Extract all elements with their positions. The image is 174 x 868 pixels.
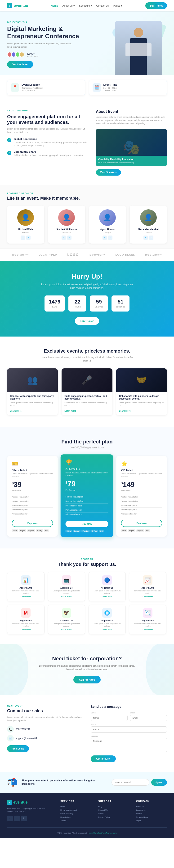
event-body-1: Connect with corporate and third-party p… (7, 392, 58, 415)
footer-link-faq[interactable]: FAQ (98, 805, 129, 808)
footer-tw-icon[interactable]: t (14, 816, 20, 821)
vip-payments: VISA Payco Paydot CC (121, 529, 162, 532)
event-card-1: 👥 Connect with corporate and third-party… (7, 368, 58, 415)
speaker-name-1: Michael Wells (11, 228, 41, 231)
cta-button[interactable]: Call for rates (73, 676, 101, 683)
phone-input[interactable] (91, 726, 167, 733)
hero-person-figure (115, 21, 162, 75)
about-item-2: ✓ Community Share Sollicitudin duis proi… (7, 150, 89, 157)
message-textarea[interactable] (91, 738, 167, 752)
footer-link-news[interactable]: News & Ideas (136, 816, 167, 818)
footer-link-plan[interactable]: Event Planning (60, 812, 91, 815)
footer-link-status[interactable]: Status (98, 812, 129, 815)
nav-logo[interactable]: e eventue (7, 3, 28, 8)
sponsor-link-7[interactable]: Learn more (92, 629, 122, 631)
learn-more-1[interactable]: Learn more (10, 410, 22, 412)
footer-link-tickets[interactable]: Tickets (60, 819, 91, 822)
view-speakers-button[interactable]: View Speakers (96, 169, 121, 176)
contact-right-col: Send us a message Name Email Phone Messa… (91, 705, 167, 762)
nav-contact[interactable]: Contact us (96, 4, 109, 7)
logos-section: logotyper™ LOGOTYPEM LOGO logotyper™ LOG… (0, 248, 174, 261)
nav-schedule[interactable]: Schedule ▾ (79, 4, 92, 7)
about-title: One engagement platform for all your eve… (7, 114, 89, 125)
vip-feat-3: Prose risquet plein (121, 503, 162, 508)
footer-link-events[interactable]: Events (136, 812, 167, 815)
sponsor-card-8: 📉 Asgerdia Co Lorem ipsum sit amet vulpu… (129, 604, 167, 634)
tw-icon-3[interactable]: t (108, 236, 113, 240)
message-label: Message (91, 735, 167, 737)
cta-section: Need ticket for corporation? Lorem ipsum… (0, 644, 174, 695)
footer-ig-icon[interactable]: in (21, 816, 27, 821)
sponsor-link-2[interactable]: Learn more (51, 596, 82, 598)
footer-fb-icon[interactable]: f (7, 816, 13, 821)
sponsor-logo-5: M (21, 608, 30, 618)
footer-link-reg[interactable]: Registration (60, 816, 91, 818)
gold-feat-4: Prima secula dolor (66, 508, 108, 513)
newsletter-email-input[interactable] (111, 779, 149, 786)
sponsor-name-1: Asgerdia Co (11, 587, 41, 589)
sponsor-name-6: Asgerdia Co (51, 619, 82, 622)
hours-number: 22 (73, 299, 82, 305)
speakers-grid: 👤 Michael Wells Founder f t 👤 Scarlett W… (7, 206, 167, 244)
footer-support-title: Support (98, 800, 129, 803)
fb-icon-2[interactable]: f (61, 236, 66, 240)
sponsor-card-1: 📊 Asgerdia Co Lorem ipsum sit amet vulpu… (7, 572, 45, 601)
time-icon: 🗓️ (93, 83, 101, 92)
about-item-text-1: Global Conference Lorem ipsum dolor sit … (14, 137, 89, 147)
nav-about[interactable]: About us ▾ (62, 4, 75, 7)
nav-pages[interactable]: Pages ▾ (113, 4, 122, 7)
form-submit-button[interactable]: Get in touch (91, 755, 116, 762)
about-item-title-1: Global Conference (14, 137, 89, 141)
email-input[interactable] (130, 715, 167, 721)
footer-link-mgmt[interactable]: Event Management (60, 809, 91, 811)
nav-home[interactable]: Home (51, 4, 58, 7)
speaker-card-1: 👤 Michael Wells Founder f t (7, 206, 44, 244)
fb-icon-3[interactable]: f (102, 236, 107, 240)
tw-icon-2[interactable]: t (67, 236, 72, 240)
footer-link-leadership[interactable]: Leadership (136, 809, 167, 811)
nav-cta-button[interactable]: Buy Ticket (145, 2, 167, 9)
footer-link-about[interactable]: About Us (136, 805, 167, 808)
check-icon-2: ✓ (7, 151, 11, 155)
sponsor-link-3[interactable]: Learn more (92, 596, 122, 598)
form-group-phone: Phone (91, 723, 167, 733)
learn-more-3[interactable]: Learn more (119, 410, 131, 412)
sponsor-link-5[interactable]: Learn more (11, 629, 41, 631)
buy-ticket-button[interactable]: Buy Ticket (75, 317, 99, 325)
newsletter-signup-button[interactable]: Sign Up (151, 779, 167, 786)
sponsor-link-1[interactable]: Learn more (11, 596, 41, 598)
free-demo-button[interactable]: Free Demo (7, 745, 29, 752)
fb-icon-1[interactable]: f (21, 236, 25, 240)
gold-buy-button[interactable]: Buy Now (66, 521, 108, 527)
pay-cc-g: CC (99, 530, 104, 532)
pay-paydot-g: Paydot (81, 530, 90, 532)
cta-deco-left (0, 644, 28, 695)
gold-feat-3: Prose risquet plein (66, 504, 108, 508)
footer-link-privacy[interactable]: Privacy Policy (98, 816, 129, 818)
time-text: Event Time 01 - 01 - 2024 15:00 - 17:00 (103, 83, 118, 92)
time-line2: 15:00 - 17:00 (103, 89, 118, 92)
silver-buy-button[interactable]: Buy Now (12, 520, 53, 527)
footer-link-contact[interactable]: Contact Us (98, 809, 129, 811)
tw-icon-4[interactable]: t (149, 236, 153, 240)
location-line1: Conference Auditorium (22, 87, 43, 89)
fb-icon-4[interactable]: f (144, 236, 148, 240)
footer-url[interactable]: www.DownloadNewThemes.com (89, 832, 117, 834)
learn-more-2[interactable]: Learn more (65, 410, 76, 412)
sponsor-link-8[interactable]: Learn more (132, 629, 163, 631)
hero-count-num: 2,160+ (27, 52, 39, 55)
vip-buy-button[interactable]: Buy Now (121, 520, 162, 527)
footer-link-legal[interactable]: Legal (136, 819, 167, 822)
tw-icon-1[interactable]: t (26, 236, 30, 240)
sponsor-logo-4: 📈 (143, 576, 152, 585)
phone-number: 888-2003-212 (16, 728, 30, 731)
hero-cta-button[interactable]: Get the ticket (7, 61, 33, 68)
sponsor-link-4[interactable]: Learn more (132, 596, 163, 598)
about-left: ABOUT SECTION One engagement platform fo… (7, 110, 89, 160)
pay-paydot-v: Paydot (136, 529, 144, 532)
footer-link-home[interactable]: Home (60, 805, 91, 808)
footer-company-links: About Us Leadership Events News & Ideas … (136, 805, 167, 822)
overlay-title: Creativity. Flexibility. Innovation (98, 158, 165, 161)
name-input[interactable] (91, 715, 128, 721)
sponsor-link-6[interactable]: Learn more (51, 629, 82, 631)
